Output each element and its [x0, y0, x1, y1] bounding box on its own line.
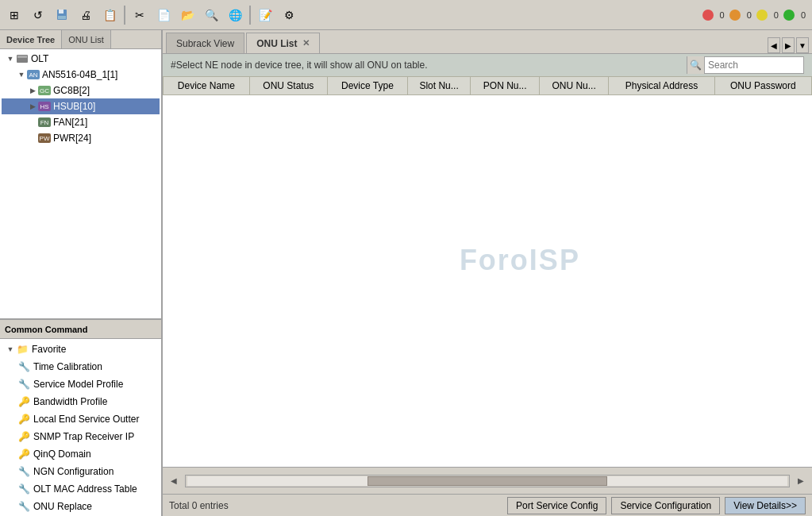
- tree-item-gc8b[interactable]: ▶ GC GC8B[2]: [2, 83, 160, 98]
- col-pon-num[interactable]: PON Nu...: [471, 77, 539, 95]
- tree-label-pwr: PWR[24]: [53, 133, 91, 144]
- tree-label-an5516: AN5516-04B_1[1]: [42, 69, 117, 80]
- hsub-icon: HS: [38, 100, 51, 113]
- total-entries: Total 0 entries: [169, 500, 229, 511]
- toolbar: ⊞ ↺ 🖨 📋 ✂ 📄 📂 🔍 🌐 📝 ⚙ 0 0 0 0: [0, 0, 812, 30]
- col-slot-num[interactable]: Slot Nu...: [407, 77, 471, 95]
- toolbar-btn-web[interactable]: 🌐: [224, 4, 246, 26]
- content-header-text: #Select NE node in device tree, it will …: [171, 60, 680, 71]
- cmd-onu-replace[interactable]: 🔧 ONU Replace: [2, 498, 160, 515]
- cmd-key-icon-2: 🔑: [17, 413, 30, 426]
- scroll-thumb[interactable]: [368, 476, 607, 486]
- cmd-label-5: QinQ Domain: [33, 449, 91, 460]
- data-table: Device Name ONU Status Device Type Slot …: [163, 76, 812, 95]
- tree-item-pwr[interactable]: ▶ PW PWR[24]: [2, 130, 160, 146]
- cmd-wrench-icon-4: 🔧: [17, 483, 30, 495]
- favorite-label: Favorite: [32, 344, 66, 355]
- tree-toggle-hsub[interactable]: ▶: [27, 101, 38, 112]
- toolbar-btn-save[interactable]: [51, 4, 73, 26]
- search-input[interactable]: [705, 60, 800, 71]
- col-onu-num[interactable]: ONU Nu...: [539, 77, 608, 95]
- cmd-key-icon-3: 🔑: [17, 430, 30, 443]
- tab-nav-menu[interactable]: ▼: [796, 37, 809, 53]
- tree-toggle-olt[interactable]: ▼: [5, 53, 16, 64]
- pwr-icon: PW: [38, 132, 51, 144]
- toolbar-btn-copy[interactable]: 📄: [152, 4, 175, 26]
- toolbar-btn-refresh[interactable]: ↺: [27, 4, 49, 26]
- toolbar-btn-settings[interactable]: ⚙: [278, 4, 300, 26]
- favorite-folder-icon: 📁: [16, 343, 29, 356]
- cmd-service-model-profile[interactable]: 🔧 Service Model Profile: [2, 375, 160, 393]
- tree-toggle-an5516[interactable]: ▼: [16, 69, 27, 80]
- col-device-name[interactable]: Device Name: [164, 77, 250, 95]
- bottom-bar: ◀ ▶: [163, 467, 812, 494]
- col-device-type[interactable]: Device Type: [328, 77, 408, 95]
- tl-yellow-count: 0: [774, 10, 779, 20]
- cmd-wrench-icon-1: 🔧: [17, 360, 30, 373]
- tree-label-fan: FAN[21]: [53, 117, 87, 128]
- toolbar-btn-find[interactable]: 🔍: [200, 4, 222, 26]
- toolbar-btn-new[interactable]: ⊞: [3, 4, 25, 26]
- cmd-qinq-domain[interactable]: 🔑 QinQ Domain: [2, 445, 160, 463]
- cmd-bandwidth-profile[interactable]: 🔑 Bandwidth Profile: [2, 393, 160, 410]
- traffic-light-orange: [729, 10, 741, 21]
- tree-item-olt[interactable]: ▼ OLT: [2, 51, 160, 67]
- tree-toggle-gc8b[interactable]: ▶: [27, 85, 38, 96]
- cmd-olt-mac[interactable]: 🔧 OLT MAC Address Table: [2, 480, 160, 498]
- col-onu-password[interactable]: ONU Password: [714, 77, 811, 95]
- tab-onu-label: ONU List: [256, 38, 297, 49]
- data-table-container[interactable]: Device Name ONU Status Device Type Slot …: [163, 76, 812, 467]
- col-onu-status[interactable]: ONU Status: [249, 77, 327, 95]
- cmd-time-calibration[interactable]: 🔧 Time Calibration: [2, 358, 160, 375]
- right-panel: Subrack View ONU List ✕ ◀ ▶ ▼ #Select NE…: [163, 30, 812, 516]
- traffic-light-green: [783, 10, 795, 21]
- col-physical-address[interactable]: Physical Address: [609, 77, 714, 95]
- scroll-left-btn[interactable]: ◀: [167, 475, 180, 487]
- cmd-snmp-trap[interactable]: 🔑 SNMP Trap Receiver IP: [2, 428, 160, 445]
- tab-nav-right[interactable]: ▶: [782, 37, 795, 53]
- port-service-config-btn[interactable]: Port Service Config: [507, 497, 606, 514]
- olt-icon: [16, 52, 29, 65]
- service-configuration-btn[interactable]: Service Configuration: [611, 497, 720, 514]
- tree-item-fan[interactable]: ▶ FN FAN[21]: [2, 114, 160, 130]
- horizontal-scrollbar[interactable]: [185, 475, 790, 487]
- toolbar-btn-open[interactable]: 📂: [176, 4, 198, 26]
- tab-onu-close[interactable]: ✕: [302, 39, 310, 48]
- tree-item-an5516[interactable]: ▼ AN AN5516-04B_1[1]: [2, 67, 160, 83]
- tab-subrack-label: Subrack View: [176, 38, 234, 49]
- tree-label-olt: OLT: [31, 53, 48, 64]
- tree-item-hsub[interactable]: ▶ HS HSUB[10]: [2, 98, 160, 114]
- fan-icon: FN: [38, 116, 51, 129]
- tree-label-hsub: HSUB[10]: [53, 101, 95, 112]
- toolbar-btn-print[interactable]: 🖨: [75, 4, 97, 26]
- table-header-row: Device Name ONU Status Device Type Slot …: [164, 77, 812, 95]
- toolbar-btn-edit[interactable]: 📝: [254, 4, 276, 26]
- cmd-label-8: ONU Replace: [33, 501, 92, 512]
- tl-red-count: 0: [720, 10, 725, 20]
- scroll-right-btn[interactable]: ▶: [795, 475, 807, 487]
- tab-nav-left[interactable]: ◀: [768, 37, 780, 53]
- search-icon-btn[interactable]: 🔍: [687, 56, 705, 74]
- status-bar: Total 0 entries Port Service Config Serv…: [163, 494, 812, 516]
- tab-onu-list-right[interactable]: ONU List ✕: [246, 33, 319, 53]
- toolbar-sep2: [249, 6, 251, 25]
- cmd-ngn-config[interactable]: 🔧 NGN Configuration: [2, 463, 160, 480]
- device-tree-tabs: Device Tree ONU List: [0, 30, 161, 49]
- toolbar-btn-paste[interactable]: 📋: [98, 4, 121, 26]
- cmd-label-4: SNMP Trap Receiver IP: [33, 431, 134, 442]
- tab-subrack-view[interactable]: Subrack View: [166, 33, 244, 53]
- tabs-bar: Subrack View ONU List ✕ ◀ ▶ ▼: [163, 30, 812, 54]
- tab-device-tree[interactable]: Device Tree: [0, 30, 62, 48]
- view-details-btn[interactable]: View Details>>: [725, 497, 806, 514]
- main-layout: Device Tree ONU List ▼ OLT ▼: [0, 30, 812, 516]
- favorite-toggle[interactable]: ▼: [5, 344, 16, 355]
- cmd-label-1: Service Model Profile: [33, 379, 123, 390]
- common-command-section: Common Command ▼ 📁 Favorite 🔧 Time Calib…: [0, 320, 161, 516]
- tab-onu-list-left[interactable]: ONU List: [62, 30, 111, 48]
- toolbar-btn-cut[interactable]: ✂: [129, 4, 151, 26]
- device-tree-content: ▼ OLT ▼ AN AN5516-04B_1[1] ▶: [0, 49, 161, 318]
- cmd-local-end-service[interactable]: 🔑 Local End Service Outter: [2, 410, 160, 428]
- cmd-favorite-folder[interactable]: ▼ 📁 Favorite: [2, 341, 160, 358]
- cmd-wrench-icon-3: 🔧: [17, 465, 30, 478]
- svg-rect-4: [17, 56, 27, 58]
